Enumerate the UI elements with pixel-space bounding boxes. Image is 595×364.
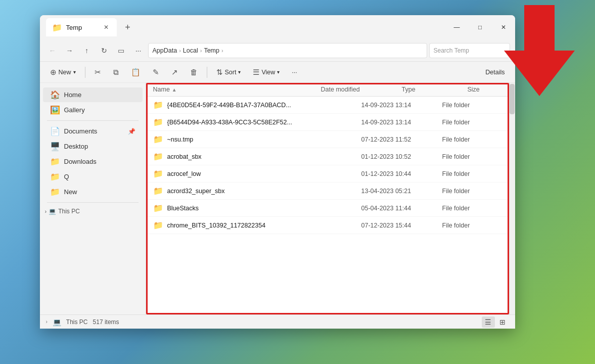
more-icon: ···	[292, 69, 297, 76]
sidebar-item-gallery[interactable]: 🖼️ Gallery	[43, 103, 143, 117]
copy-icon: ⧉	[113, 68, 119, 77]
tab-title: Temp	[66, 24, 82, 31]
table-row[interactable]: 📁 acrord32_super_sbx 13-04-2023 05:21 Fi…	[146, 183, 515, 200]
folder-icon: 📁	[153, 220, 163, 230]
sidebar-item-downloads[interactable]: 📁 Downloads	[43, 154, 143, 169]
view-button[interactable]: ☰ View ▾	[248, 64, 285, 80]
title-bar: 📁 Temp ✕ + — □ ✕	[40, 15, 515, 39]
file-name-cell: 📁 acrobat_sbx	[153, 152, 361, 161]
column-size[interactable]: Size	[468, 86, 508, 93]
toolbar: ⊕ New ▾ ✂ ⧉ 📋 ✎ ↗ 🗑 ⇅ Sort ▾ ☰	[40, 62, 515, 83]
scrollbar[interactable]	[509, 83, 515, 314]
file-type-cell: File folder	[442, 222, 508, 229]
share-button[interactable]: ↗	[166, 64, 183, 80]
column-name-label: Name	[153, 86, 170, 93]
file-name: BlueStacks	[167, 205, 199, 212]
folder-icon: 📁	[153, 203, 163, 213]
file-date-cell: 01-12-2023 10:52	[361, 153, 442, 160]
documents-icon: 📄	[50, 126, 60, 136]
breadcrumb-temp: Temp	[204, 47, 219, 54]
scrollbar-thumb[interactable]	[510, 84, 515, 114]
this-pc-status-icon: 💻	[53, 318, 61, 326]
copy-button[interactable]: ⧉	[108, 64, 124, 80]
breadcrumb-more-button[interactable]: ···	[131, 43, 146, 58]
folder-icon: 📁	[153, 152, 163, 161]
close-button[interactable]: ✕	[492, 18, 515, 36]
table-row[interactable]: 📁 {B6544D94-A933-438A-9CC3-5C58E2F52... …	[146, 114, 515, 131]
file-name-cell: 📁 {4BE0D5E4-59F2-449B-B1A7-37A0BACD...	[153, 100, 361, 110]
sort-button[interactable]: ⇅ Sort ▾	[211, 64, 246, 80]
table-row[interactable]: 📁 ~nsu.tmp 07-12-2023 11:52 File folder	[146, 131, 515, 148]
table-row[interactable]: 📁 {4BE0D5E4-59F2-449B-B1A7-37A0BACD... 1…	[146, 97, 515, 114]
sidebar-downloads-label: Downloads	[64, 158, 97, 165]
sidebar-item-q[interactable]: 📁 Q	[43, 169, 143, 184]
file-name-cell: 📁 {B6544D94-A933-438A-9CC3-5C58E2F52...	[153, 117, 361, 127]
rename-button[interactable]: ✎	[148, 64, 164, 80]
file-date-cell: 01-12-2023 10:44	[361, 170, 442, 177]
navigation-bar: ← → ↑ ↻ ▭ ··· AppData › Local › Temp › S…	[40, 39, 515, 62]
rename-icon: ✎	[153, 68, 159, 77]
paste-button[interactable]: 📋	[126, 64, 146, 80]
this-pc-status-label: This PC	[66, 318, 88, 326]
tab-close-button[interactable]: ✕	[102, 23, 111, 32]
window-tab[interactable]: 📁 Temp ✕	[46, 18, 117, 36]
back-button[interactable]: ←	[45, 43, 60, 58]
table-row[interactable]: 📁 acrobat_sbx 01-12-2023 10:52 File fold…	[146, 148, 515, 165]
view-icon: ☰	[253, 68, 259, 77]
table-row[interactable]: 📁 chrome_BITS_10392_1172822354 07-12-202…	[146, 217, 515, 234]
column-type[interactable]: Type	[402, 86, 468, 93]
content-area: 🏠 Home 🖼️ Gallery 📄 Documents 📌 🖥️ Deskt…	[40, 83, 515, 314]
file-name-cell: 📁 ~nsu.tmp	[153, 134, 361, 144]
delete-icon: 🗑	[190, 68, 198, 76]
file-type-cell: File folder	[442, 153, 508, 160]
sidebar-q-label: Q	[64, 173, 69, 180]
cut-button[interactable]: ✂	[89, 64, 106, 80]
grid-view-button[interactable]: ⊞	[496, 316, 509, 328]
add-tab-button[interactable]: +	[121, 20, 135, 34]
sidebar-this-pc[interactable]: › 💻 This PC	[40, 206, 146, 217]
expand-icon: ›	[45, 208, 47, 214]
desktop-icon: 🖥️	[50, 142, 60, 151]
file-type-cell: File folder	[442, 188, 508, 195]
breadcrumb-appdata: AppData	[153, 47, 177, 54]
details-label: Details	[485, 69, 505, 76]
sidebar-item-desktop[interactable]: 🖥️ Desktop	[43, 139, 143, 154]
new-button[interactable]: ⊕ New ▾	[45, 64, 81, 80]
sidebar-divider-2	[47, 202, 139, 203]
up-button[interactable]: ↑	[79, 43, 95, 58]
expand-this-pc-icon: ›	[46, 319, 48, 325]
breadcrumb-sep-1: ›	[179, 48, 181, 54]
file-name-cell: 📁 acrocef_low	[153, 169, 361, 178]
file-list: 📁 {4BE0D5E4-59F2-449B-B1A7-37A0BACD... 1…	[146, 97, 515, 314]
explorer-window: 📁 Temp ✕ + — □ ✕ ← → ↑ ↻ ▭ ··· AppData ›…	[40, 15, 515, 329]
column-name[interactable]: Name ▲	[153, 86, 321, 93]
sidebar-item-new[interactable]: 📁 New	[43, 185, 143, 199]
more-options-button[interactable]: ···	[287, 64, 302, 80]
refresh-button[interactable]: ↻	[97, 43, 112, 58]
column-type-label: Type	[402, 86, 416, 93]
list-view-button[interactable]: ☰	[482, 316, 495, 328]
sidebar-item-home[interactable]: 🏠 Home	[43, 87, 143, 102]
sort-label: Sort	[225, 69, 237, 76]
sidebar-item-documents[interactable]: 📄 Documents 📌	[43, 124, 143, 139]
search-box[interactable]: Search Temp	[429, 43, 510, 58]
details-button[interactable]: Details	[480, 64, 510, 80]
delete-button[interactable]: 🗑	[185, 64, 203, 80]
file-type-cell: File folder	[442, 102, 508, 109]
file-name: acrocef_low	[167, 170, 201, 177]
maximize-button[interactable]: □	[469, 18, 492, 36]
sidebar-divider-1	[47, 120, 139, 121]
item-count: 517 items	[93, 318, 119, 326]
column-date[interactable]: Date modified	[321, 86, 402, 93]
sidebar-new-label: New	[64, 188, 77, 196]
file-name: {B6544D94-A933-438A-9CC3-5C58E2F52...	[167, 119, 292, 126]
status-bar: › 💻 This PC 517 items ☰ ⊞	[40, 314, 515, 329]
folder-icon: 📁	[153, 186, 163, 196]
table-row[interactable]: 📁 acrocef_low 01-12-2023 10:44 File fold…	[146, 165, 515, 183]
breadcrumb[interactable]: AppData › Local › Temp ›	[148, 43, 427, 58]
table-row[interactable]: 📁 BlueStacks 05-04-2023 11:44 File folde…	[146, 200, 515, 217]
display-button[interactable]: ▭	[114, 43, 129, 58]
forward-button[interactable]: →	[62, 43, 77, 58]
minimize-button[interactable]: —	[445, 18, 469, 36]
file-date-cell: 13-04-2023 05:21	[361, 188, 442, 195]
